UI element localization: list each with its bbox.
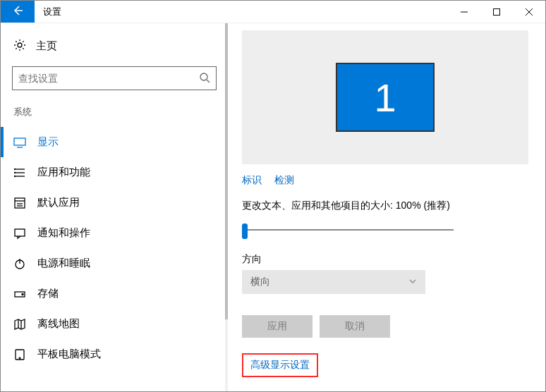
monitor-preview: 1 [242,30,528,164]
maps-icon [13,318,26,331]
svg-point-12 [15,169,16,169]
sidebar-item-maps[interactable]: 离线地图 [1,309,228,339]
home-button[interactable]: 主页 [1,33,228,59]
sidebar-item-label: 电源和睡眠 [37,257,90,270]
button-row: 应用 取消 [242,294,528,353]
direction-select[interactable]: 横向 [242,270,425,294]
minimize-button[interactable] [448,1,480,23]
content-area: 主页 系统 显示 应用和功能 [1,23,545,391]
apply-button[interactable]: 应用 [242,315,313,338]
sidebar-item-apps[interactable]: 应用和功能 [1,157,228,188]
svg-rect-7 [14,138,25,145]
svg-point-23 [22,293,23,295]
slider-thumb[interactable] [242,223,248,239]
scale-slider[interactable] [242,221,454,249]
svg-point-4 [18,43,22,47]
svg-point-27 [19,357,20,359]
sidebar-item-defaults[interactable]: 默认应用 [1,188,228,218]
scale-label: 更改文本、应用和其他项目的大小: 100% (推荐) [242,194,528,221]
sidebar-item-label: 应用和功能 [37,166,90,179]
main-panel: 1 标识 检测 更改文本、应用和其他项目的大小: 100% (推荐) 方向 横向… [228,23,545,391]
search-input[interactable] [18,73,199,84]
search-icon [199,72,210,85]
gear-icon [13,39,26,54]
chevron-down-icon [408,276,417,288]
slider-track [242,229,454,231]
arrow-left-icon [12,5,23,18]
sidebar-item-display[interactable]: 显示 [1,127,228,157]
tablet-icon [13,348,26,361]
svg-point-5 [200,73,207,80]
sidebar-item-label: 默认应用 [37,196,80,209]
cancel-button[interactable]: 取消 [320,315,390,338]
sidebar-item-label: 通知和操作 [37,226,90,240]
detect-link[interactable]: 检测 [274,174,294,187]
search-box[interactable] [12,66,217,90]
section-header: 系统 [1,100,228,127]
sidebar-item-storage[interactable]: 存储 [1,278,228,309]
display-icon [13,136,26,149]
svg-rect-15 [15,198,25,208]
sidebar: 主页 系统 显示 应用和功能 [1,23,228,391]
back-button[interactable] [1,1,35,23]
svg-rect-1 [494,8,500,15]
sidebar-item-label: 离线地图 [37,317,80,331]
display-links: 标识 检测 [242,164,528,194]
identify-link[interactable]: 标识 [242,174,262,187]
direction-value: 横向 [250,276,270,288]
search-container [1,59,228,100]
sidebar-item-label: 平板电脑模式 [37,348,101,361]
titlebar: 设置 [1,1,545,23]
maximize-button[interactable] [480,1,513,23]
sidebar-item-notifications[interactable]: 通知和操作 [1,218,228,248]
home-label: 主页 [36,39,57,53]
direction-label: 方向 [242,249,528,270]
storage-icon [13,288,26,300]
sidebar-item-label: 存储 [37,287,59,300]
svg-rect-19 [15,229,25,236]
window-controls [448,1,545,23]
sidebar-item-tablet[interactable]: 平板电脑模式 [1,339,228,369]
advanced-display-settings-link[interactable]: 高级显示设置 [242,353,318,377]
sidebar-item-label: 显示 [37,135,59,149]
window-title: 设置 [35,1,448,23]
monitor-1[interactable]: 1 [336,63,435,132]
defaults-icon [13,197,26,209]
svg-point-13 [15,172,16,173]
sidebar-item-power[interactable]: 电源和睡眠 [1,248,228,278]
power-icon [13,257,26,270]
apps-icon [13,166,26,179]
svg-point-14 [15,176,16,176]
close-button[interactable] [513,1,545,23]
svg-line-6 [207,80,210,82]
monitor-number: 1 [374,75,396,121]
notifications-icon [13,227,26,240]
